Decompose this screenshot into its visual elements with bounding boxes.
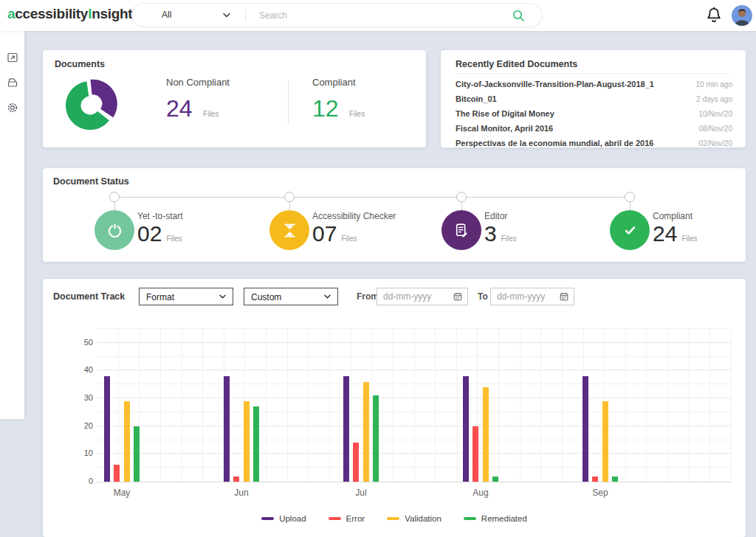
document-status-card: Document Status Yet -to-start02FilesAcce… [43, 168, 746, 262]
bar-remediated-jun [253, 406, 259, 482]
chevron-down-icon [222, 13, 231, 18]
status-circle-yet-to-start [94, 210, 134, 250]
app-logo: accessibilityInsight™ [7, 6, 138, 22]
notifications-bell-icon[interactable] [704, 6, 724, 25]
document-time: 10 min ago [696, 80, 732, 89]
timeline-connector [114, 202, 115, 210]
status-unit: Files [341, 235, 357, 243]
check-icon [621, 221, 639, 240]
gridline [266, 329, 267, 482]
gridline [689, 329, 690, 482]
search-filter-value: All [162, 10, 171, 20]
donut-slice-non-compliant [90, 80, 117, 117]
recent-document-row[interactable]: Bitcoin_012 days ago [456, 92, 732, 107]
document-edit-icon [453, 221, 471, 240]
bar-validation-sep [602, 401, 608, 482]
to-label: To [478, 291, 488, 302]
bar-remediated-jul [373, 395, 379, 482]
document-time: 08/Nov/20 [698, 125, 732, 133]
compliant-count: 12 [312, 95, 339, 122]
calendar-icon[interactable] [453, 291, 463, 302]
gridline [393, 329, 394, 482]
status-unit: Files [166, 235, 182, 243]
bar-validation-aug [483, 387, 489, 482]
recent-document-row[interactable]: The Rise of Digital Money10/Nov/20 [456, 107, 732, 122]
document-time: 10/Nov/20 [698, 110, 732, 118]
timeline-node [625, 192, 635, 202]
recent-document-row[interactable]: Perspectivas de la economía mundial, abr… [456, 136, 732, 151]
settings-gear-icon[interactable] [7, 102, 18, 114]
gridline [498, 329, 499, 482]
format-select-value: Format [146, 292, 174, 302]
to-date-field [490, 288, 574, 305]
chart-legend: UploadErrorValidationRemediated [43, 514, 746, 523]
status-circle-editor [441, 210, 481, 250]
gridline [414, 329, 415, 482]
format-select[interactable]: Format [139, 288, 233, 305]
status-count: 02Files [137, 221, 182, 246]
bar-error-aug [472, 426, 478, 482]
avatar-photo [732, 5, 752, 26]
document-name: Perspectivas de la economía mundial, abr… [456, 139, 653, 148]
gridline [329, 329, 330, 482]
gridline [287, 329, 288, 482]
bar-error-sep [592, 477, 598, 482]
documents-donut-chart [58, 71, 126, 139]
from-label: From [357, 291, 379, 302]
search-input[interactable] [259, 4, 503, 26]
gridline [351, 329, 351, 482]
launch-icon[interactable] [7, 52, 18, 63]
document-name: Bitcoin_01 [456, 94, 497, 103]
chevron-down-icon [323, 294, 331, 299]
drawer-icon[interactable] [7, 77, 18, 89]
recent-document-row[interactable]: City-of-Jacksonville-Transition-Plan-Aug… [456, 77, 732, 92]
timeline-node [284, 192, 295, 202]
legend-item-error[interactable]: Error [329, 514, 365, 523]
bar-error-jul [353, 443, 359, 482]
calendar-icon[interactable] [559, 291, 569, 302]
status-count: 07Files [312, 221, 357, 246]
status-unit: Files [501, 235, 517, 243]
legend-item-validation[interactable]: Validation [387, 514, 441, 523]
hourglass-icon [281, 221, 299, 240]
status-count: 24Files [653, 221, 698, 246]
range-select[interactable]: Custom [244, 288, 338, 305]
x-tick-label: Sep [578, 488, 622, 498]
gridline [435, 329, 436, 482]
document-name: City-of-Jacksonville-Transition-Plan-Aug… [456, 80, 654, 89]
divider [288, 80, 289, 124]
bar-chart-plot [97, 329, 731, 482]
bar-validation-may [124, 401, 130, 482]
status-circle-compliant [610, 210, 650, 250]
recently-edited-card: Recently Edited Documents City-of-Jackso… [441, 50, 746, 148]
legend-item-remediated[interactable]: Remediated [464, 514, 527, 523]
bar-error-may [114, 465, 120, 482]
left-sidebar [0, 31, 24, 419]
timeline-line [114, 197, 630, 198]
legend-item-upload[interactable]: Upload [261, 514, 306, 523]
status-label: Yet -to-start [137, 211, 183, 221]
search-bar: All [131, 3, 543, 27]
search-icon[interactable] [512, 9, 526, 23]
user-avatar[interactable] [732, 5, 752, 26]
recent-document-row[interactable]: Fiscal Monitor, April 201608/Nov/20 [456, 122, 732, 136]
legend-label: Remediated [481, 514, 527, 523]
document-name: Fiscal Monitor, April 2016 [456, 124, 553, 133]
gridline [202, 329, 203, 482]
non-compliant-unit: Files [203, 110, 219, 118]
timeline-connector [289, 202, 290, 210]
bar-upload-jun [224, 376, 230, 482]
to-date-input[interactable] [497, 289, 554, 304]
gridline [667, 329, 668, 482]
chevron-down-icon [219, 294, 227, 299]
document-track-card: Document Track Format Custom From To 010… [43, 279, 746, 537]
document-time: 02/Nov/20 [698, 139, 732, 148]
gridline [709, 329, 710, 482]
status-unit: Files [681, 235, 697, 243]
search-filter-dropdown[interactable]: All [132, 4, 244, 27]
legend-swatch [261, 517, 274, 520]
legend-swatch [329, 517, 341, 520]
gridline [625, 329, 626, 482]
from-date-input[interactable] [383, 289, 441, 304]
y-tick-label: 50 [74, 338, 93, 347]
